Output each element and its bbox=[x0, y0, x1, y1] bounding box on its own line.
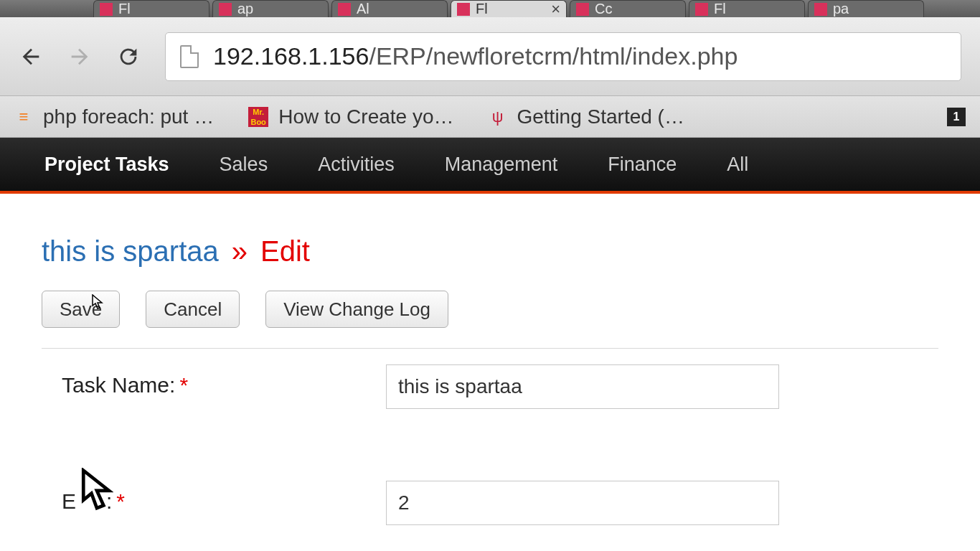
url-host: 192.168.1.156 bbox=[213, 42, 369, 70]
favicon-icon bbox=[695, 3, 708, 16]
browser-tab[interactable]: pa bbox=[808, 0, 924, 17]
required-marker: * bbox=[179, 373, 188, 397]
stackoverflow-icon: ≡ bbox=[14, 108, 33, 126]
bookmark-item[interactable]: Mr.Boo How to Create yo… bbox=[248, 105, 453, 128]
bookmark-item[interactable]: 1 bbox=[947, 108, 966, 126]
favicon-icon bbox=[814, 3, 827, 16]
label-text: Task Name: bbox=[62, 373, 175, 397]
bookmark-label: How to Create yo… bbox=[278, 105, 453, 128]
nav-activities[interactable]: Activities bbox=[318, 154, 395, 176]
form-row-et: E : * bbox=[62, 481, 938, 525]
view-change-log-button[interactable]: View Change Log bbox=[265, 291, 448, 328]
form-row-task-name: Task Name: * bbox=[62, 364, 938, 409]
page-content: this is spartaa » Edit Save Cancel View … bbox=[0, 194, 980, 551]
app-nav: Project Tasks Sales Activities Managemen… bbox=[0, 138, 980, 194]
tab-title: Fl bbox=[118, 1, 203, 17]
label-suffix: : bbox=[106, 489, 112, 514]
et-field bbox=[386, 481, 779, 525]
reload-button[interactable] bbox=[116, 44, 141, 69]
bookmark-label: php foreach: put … bbox=[43, 105, 214, 128]
url-bar[interactable]: 192.168.1.156/ERP/newfloretcrm/html/inde… bbox=[165, 32, 961, 81]
forward-button[interactable] bbox=[67, 44, 92, 69]
favicon-icon bbox=[100, 3, 113, 16]
mrbool-icon: Mr.Boo bbox=[248, 107, 268, 127]
nav-sales[interactable]: Sales bbox=[220, 154, 268, 176]
browser-tab-strip: Fl ap Al Fl × Cc Fl pa bbox=[0, 0, 980, 17]
bookmark-item[interactable]: ψ Getting Started (… bbox=[488, 105, 684, 128]
favicon-icon bbox=[457, 3, 470, 16]
breadcrumb-current: Edit bbox=[260, 235, 310, 268]
browser-tab[interactable]: Al bbox=[331, 0, 448, 17]
tab-title: Cc bbox=[595, 1, 679, 17]
browser-tab[interactable]: Cc bbox=[570, 0, 686, 17]
nav-all[interactable]: All bbox=[727, 154, 748, 176]
et-label: E : * bbox=[62, 481, 386, 514]
task-name-input[interactable] bbox=[386, 364, 779, 409]
breadcrumb: this is spartaa » Edit bbox=[42, 235, 938, 268]
required-marker: * bbox=[116, 489, 125, 514]
page-icon bbox=[180, 45, 199, 68]
nav-finance[interactable]: Finance bbox=[608, 154, 677, 176]
bookmark-item[interactable]: ≡ php foreach: put … bbox=[14, 105, 214, 128]
save-button[interactable]: Save bbox=[42, 291, 120, 328]
favicon-icon bbox=[219, 3, 232, 16]
breadcrumb-link[interactable]: this is spartaa bbox=[42, 235, 219, 268]
tab-title: ap bbox=[237, 1, 322, 17]
browser-tab-active[interactable]: Fl × bbox=[451, 0, 567, 17]
back-button[interactable] bbox=[19, 44, 43, 69]
action-buttons: Save Cancel View Change Log bbox=[42, 291, 938, 328]
task-name-label: Task Name: * bbox=[62, 364, 386, 397]
tab-title: pa bbox=[833, 1, 918, 17]
browser-tab[interactable]: ap bbox=[212, 0, 329, 17]
close-tab-icon[interactable]: × bbox=[551, 0, 560, 19]
task-name-field bbox=[386, 364, 779, 409]
url-text: 192.168.1.156/ERP/newfloretcrm/html/inde… bbox=[213, 42, 738, 70]
tab-title: Fl bbox=[714, 1, 798, 17]
cancel-button[interactable]: Cancel bbox=[146, 291, 240, 328]
tab-title: Al bbox=[357, 1, 441, 17]
bsd-demon-icon: ψ bbox=[488, 108, 507, 126]
nav-project-tasks[interactable]: Project Tasks bbox=[44, 154, 169, 176]
favicon-icon bbox=[338, 3, 351, 16]
bookmarks-bar: ≡ php foreach: put … Mr.Boo How to Creat… bbox=[0, 96, 980, 138]
url-path: /ERP/newfloretcrm/html/index.php bbox=[369, 42, 738, 70]
browser-tab[interactable]: Fl bbox=[93, 0, 209, 17]
favicon-icon bbox=[576, 3, 589, 16]
label-prefix: E bbox=[62, 489, 76, 514]
tab-title: Fl bbox=[476, 1, 545, 17]
et-input[interactable] bbox=[386, 481, 779, 525]
edit-form: Task Name: * E : * bbox=[42, 348, 938, 525]
browser-tab[interactable]: Fl bbox=[689, 0, 805, 17]
firstpost-icon: 1 bbox=[947, 108, 966, 126]
nav-management[interactable]: Management bbox=[445, 154, 558, 176]
browser-toolbar: 192.168.1.156/ERP/newfloretcrm/html/inde… bbox=[0, 17, 980, 96]
breadcrumb-separator: » bbox=[232, 235, 248, 268]
bookmark-label: Getting Started (… bbox=[517, 105, 684, 128]
